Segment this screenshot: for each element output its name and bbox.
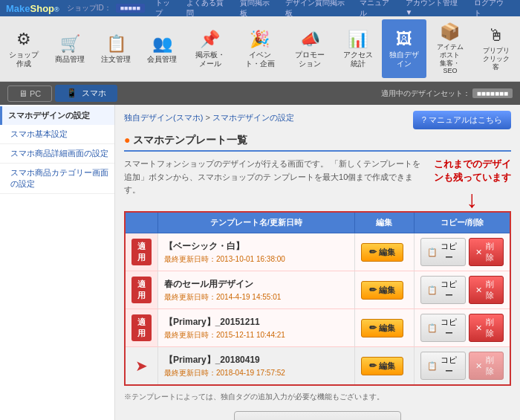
toolbar-promo[interactable]: 📣 プロモーション: [286, 19, 334, 78]
tab-pc[interactable]: 🖥PC: [7, 85, 52, 102]
product-icon: 🛒: [60, 34, 80, 54]
main-layout: スマホデザインの設定 スマホ基本設定 スマホ商品詳細画面の設定 スマホ商品カテゴ…: [0, 105, 520, 420]
edit-button-1[interactable]: 編集: [361, 243, 403, 262]
item-post-icon: 📦: [440, 22, 460, 42]
toolbar-event[interactable]: 🎉 イベント・企画: [235, 19, 284, 78]
arrow-icon-4: ➤: [135, 358, 148, 374]
copy-button-2[interactable]: 📋 コピー: [420, 276, 466, 304]
sidebar-item-product-detail[interactable]: スマホ商品詳細画面の設定: [0, 144, 114, 164]
annotation-text: これまでのデザインも残っています: [433, 158, 511, 184]
edit-cell-1: 編集: [354, 233, 414, 271]
order-icon: 📋: [106, 34, 126, 54]
red-arrow-icon: ↓: [433, 187, 511, 211]
delete-icon-2: ✕: [475, 285, 482, 295]
toolbar-access[interactable]: 📊 アクセス統計: [336, 19, 380, 78]
edit-cell-4: 編集: [354, 347, 414, 386]
copy-icon-3: 📋: [427, 323, 438, 333]
toolbar-promo-label: プロモーション: [292, 51, 328, 68]
toolbar-product-label: 商品管理: [55, 55, 85, 64]
apply-badge-3[interactable]: 適用: [131, 314, 152, 341]
breadcrumb-link-setting[interactable]: スマホデザインの設定: [212, 113, 294, 122]
action-cell-4: 📋 コピー ✕ 削除: [414, 347, 510, 386]
board-icon: 📌: [200, 30, 220, 49]
nav-design-board[interactable]: デザイン質問掲示板: [281, 0, 354, 20]
description: スマートフォンショップのデザインが行える画面です。 「新しくテンプレートを追加」…: [124, 158, 427, 197]
tab-smartphone[interactable]: 📱 スマホ: [55, 85, 117, 102]
delete-icon-3: ✕: [475, 323, 482, 333]
nav-question-board[interactable]: 質問掲示板: [235, 0, 280, 20]
copy-button-1[interactable]: 📋 コピー: [420, 238, 466, 266]
apply-badge-1[interactable]: 適用: [131, 239, 152, 265]
delete-button-1[interactable]: ✕ 削除: [469, 238, 504, 266]
toolbar-shop-create[interactable]: ⚙ ショップ作成: [1, 19, 46, 78]
nav-account[interactable]: アカウント管理 ▼: [401, 0, 469, 20]
action-btns-3: 📋 コピー ✕ 削除: [420, 314, 504, 342]
shop-id-label: ショップID：: [67, 3, 111, 13]
toolbar-click-label: プリプリクリック客: [480, 47, 513, 71]
th-template-name: テンプレート名/更新日時: [158, 212, 355, 233]
top-nav: MakeShop® ショップID： ■■■■■ トップ よくある質問 質問掲示板…: [0, 0, 520, 16]
toolbar-board[interactable]: 📌 掲示板・メール: [186, 19, 234, 78]
toolbar-design-label: 独自デザイン: [388, 51, 420, 68]
sidebar-item-basic[interactable]: スマホ基本設定: [0, 125, 114, 144]
toolbar-access-label: アクセス統計: [342, 51, 374, 68]
toolbar-item-post[interactable]: 📦 アイテムポスト集客・SEO: [428, 19, 472, 78]
copy-button-4[interactable]: 📋 コピー: [420, 352, 466, 380]
click-icon: 🖱: [488, 26, 504, 45]
nav-faq[interactable]: よくある質問: [182, 0, 233, 20]
nav-top[interactable]: トップ: [151, 0, 181, 20]
action-cell-1: 📋 コピー ✕ 削除: [414, 233, 510, 271]
delete-icon-4: ✕: [475, 361, 482, 371]
edit-button-4[interactable]: 編集: [361, 357, 403, 375]
toolbar-item-post-label: アイテムポスト集客・SEO: [434, 43, 467, 75]
toolbar-click[interactable]: 🖱 プリプリクリック客: [474, 19, 519, 78]
access-icon: 📊: [348, 30, 368, 49]
toolbar-board-label: 掲示板・メール: [192, 51, 228, 68]
apply-cell-2: 適用: [125, 271, 158, 309]
add-template-button[interactable]: 新しくテンプレートを追加: [234, 411, 401, 420]
template-date-4: 最終更新日時：2018-04-19 17:57:52: [164, 368, 348, 378]
apply-cell-1: 適用: [125, 233, 158, 271]
nav-manual[interactable]: マニュアル: [355, 0, 400, 20]
template-name-4: 【Primary】_20180419: [164, 354, 348, 366]
desc-annotation-row: スマートフォンショップのデザインが行える画面です。 「新しくテンプレートを追加」…: [124, 158, 511, 211]
event-icon: 🎉: [250, 30, 270, 49]
top-nav-links: トップ よくある質問 質問掲示板 デザイン質問掲示板 マニュアル アカウント管理…: [151, 0, 514, 20]
action-btns-4: 📋 コピー ✕ 削除: [420, 352, 504, 380]
sidebar: スマホデザインの設定 スマホ基本設定 スマホ商品詳細画面の設定 スマホ商品カテゴ…: [0, 105, 115, 420]
delete-button-3[interactable]: ✕ 削除: [469, 314, 504, 342]
shop-create-icon: ⚙: [16, 30, 31, 49]
name-cell-1: 【ベーシック・白】 最終更新日時：2013-10-01 16:38:00: [158, 233, 355, 271]
sidebar-item-category[interactable]: スマホ商品カテゴリー画面の設定: [0, 164, 114, 194]
edit-button-3[interactable]: 編集: [361, 319, 403, 337]
copy-icon-4: 📋: [427, 361, 438, 371]
table-row: 適用 【ベーシック・白】 最終更新日時：2013-10-01 16:38:00 …: [125, 233, 510, 271]
manual-button[interactable]: ? マニュアルはこちら: [413, 111, 511, 129]
toolbar-order[interactable]: 📋 注文管理: [94, 19, 138, 78]
delete-button-2[interactable]: ✕ 削除: [469, 276, 504, 304]
copy-icon-2: 📋: [427, 285, 438, 295]
header-row: 独自デザイン(スマホ) > スマホデザインの設定 ? マニュアルはこちら: [124, 111, 511, 129]
toolbar-member[interactable]: 👥 会員管理: [140, 19, 184, 78]
apply-badge-2[interactable]: 適用: [131, 277, 152, 303]
toolbar-product[interactable]: 🛒 商品管理: [48, 19, 92, 78]
name-cell-4: 【Primary】_20180419 最終更新日時：2018-04-19 17:…: [158, 347, 355, 386]
action-btns-2: 📋 コピー ✕ 削除: [420, 276, 504, 304]
delete-icon-1: ✕: [475, 248, 482, 257]
nav-logout[interactable]: ログアウト: [469, 0, 514, 20]
member-icon: 👥: [152, 34, 172, 54]
edit-cell-2: 編集: [354, 271, 414, 309]
sidebar-section-title: スマホデザインの設定: [0, 106, 114, 125]
breadcrumb-separator: >: [205, 113, 212, 122]
name-cell-2: 春のセール用デザイン 最終更新日時：2014-4-19 14:55:01: [158, 271, 355, 309]
brand-logo: MakeShop®: [6, 3, 59, 14]
edit-button-2[interactable]: 編集: [361, 281, 403, 300]
toolbar-design[interactable]: 🖼 独自デザイン: [382, 19, 426, 78]
delete-button-4: ✕ 削除: [469, 352, 504, 380]
breadcrumb-link-design[interactable]: 独自デザイン(スマホ): [124, 113, 203, 122]
th-edit: 編集: [354, 212, 414, 233]
add-btn-container: 新しくテンプレートを追加: [124, 411, 511, 420]
copy-button-3[interactable]: 📋 コピー: [420, 314, 466, 342]
main-content: 独自デザイン(スマホ) > スマホデザインの設定 ? マニュアルはこちら スマホ…: [115, 105, 520, 420]
note-text: ※テンプレートによっては、独自タグの追加入力が必要な機能もございます。: [124, 392, 511, 402]
